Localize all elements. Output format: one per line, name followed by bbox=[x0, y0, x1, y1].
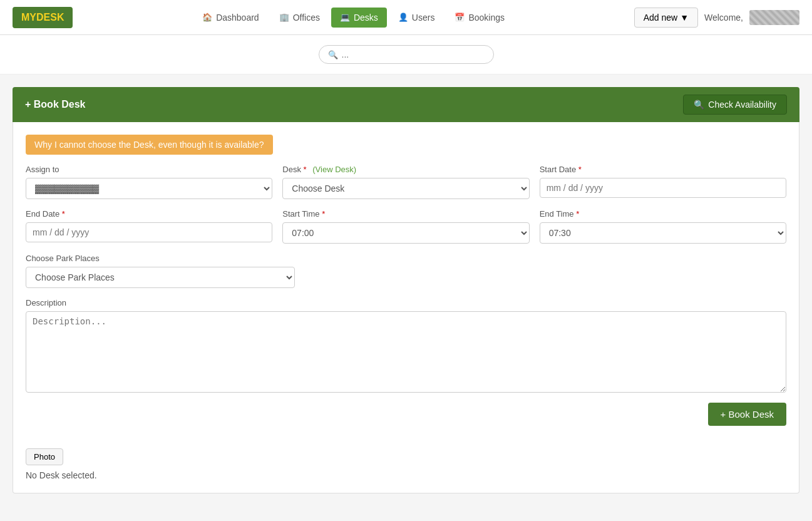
end-date-group: End Date * bbox=[26, 209, 272, 244]
navbar-right: Add new ▼ Welcome, bbox=[634, 8, 799, 28]
photo-button[interactable]: Photo bbox=[26, 448, 63, 465]
alert-warning: Why I cannot choose the Desk, even thoug… bbox=[26, 135, 273, 155]
bookings-icon: 📅 bbox=[455, 13, 465, 22]
view-desk-link[interactable]: (View Desk) bbox=[312, 165, 356, 174]
add-new-button[interactable]: Add new ▼ bbox=[634, 8, 698, 28]
start-time-select[interactable]: 07:00 07:30 08:00 08:30 09:00 bbox=[282, 222, 529, 244]
book-desk-btn-label: + Book Desk bbox=[721, 409, 774, 420]
nav-items: 🏠 Dashboard 🏢 Offices 💻 Desks 👤 Users 📅 … bbox=[73, 8, 634, 28]
desks-icon: 💻 bbox=[340, 13, 350, 22]
no-desk-text: No Desk selected. bbox=[26, 470, 786, 480]
start-date-required: * bbox=[578, 165, 582, 174]
check-availability-button[interactable]: 🔍 Check Availability bbox=[683, 95, 787, 115]
start-date-group: Start Date * bbox=[540, 165, 786, 199]
end-time-required: * bbox=[576, 209, 579, 219]
nav-offices[interactable]: 🏢 Offices bbox=[270, 8, 329, 28]
avatar bbox=[749, 10, 799, 25]
end-date-label: End Date * bbox=[26, 209, 272, 219]
brand-desk: DESK bbox=[36, 12, 64, 23]
form-row-2: End Date * Start Time * 07:00 07:30 08:0… bbox=[26, 209, 786, 244]
search-bar: 🔍 bbox=[319, 45, 494, 64]
park-places-group: Choose Park Places Choose Park Places bbox=[26, 254, 295, 288]
search-availability-icon: 🔍 bbox=[694, 100, 704, 110]
nav-users-label: Users bbox=[412, 13, 435, 23]
start-time-group: Start Time * 07:00 07:30 08:00 08:30 09:… bbox=[282, 209, 529, 244]
form-row-park: Choose Park Places Choose Park Places bbox=[26, 254, 786, 288]
nav-desks[interactable]: 💻 Desks bbox=[331, 8, 387, 28]
offices-icon: 🏢 bbox=[279, 13, 289, 22]
nav-bookings[interactable]: 📅 Bookings bbox=[446, 8, 513, 28]
photo-btn-label: Photo bbox=[34, 452, 55, 462]
assign-to-group: Assign to ▓▓▓▓▓▓▓▓▓▓ bbox=[26, 165, 272, 199]
end-time-group: End Time * 07:30 08:00 08:30 09:00 09:30 bbox=[540, 209, 786, 244]
assign-to-select[interactable]: ▓▓▓▓▓▓▓▓▓▓ bbox=[26, 178, 272, 199]
book-desk-header: + Book Desk 🔍 Check Availability bbox=[13, 87, 799, 122]
description-group: Description bbox=[26, 298, 786, 393]
park-places-label: Choose Park Places bbox=[26, 254, 295, 263]
assign-to-label: Assign to bbox=[26, 165, 272, 174]
book-desk-title: + Book Desk bbox=[25, 99, 85, 110]
form-card: Why I cannot choose the Desk, even thoug… bbox=[13, 122, 799, 493]
nav-dashboard[interactable]: 🏠 Dashboard bbox=[193, 8, 268, 28]
desk-label: Desk * (View Desk) bbox=[282, 165, 529, 174]
nav-offices-label: Offices bbox=[293, 13, 320, 23]
book-desk-btn-row: + Book Desk bbox=[26, 403, 786, 436]
photo-section: Photo No Desk selected. bbox=[26, 436, 786, 480]
welcome-text: Welcome, bbox=[704, 13, 743, 23]
end-time-label: End Time * bbox=[540, 209, 786, 219]
dashboard-icon: 🏠 bbox=[202, 13, 212, 22]
search-bar-container: 🔍 bbox=[0, 35, 812, 75]
start-time-required: * bbox=[322, 209, 325, 219]
start-date-input[interactable] bbox=[540, 178, 786, 198]
desk-group: Desk * (View Desk) Choose Desk bbox=[282, 165, 529, 199]
brand-logo[interactable]: MYDESK bbox=[13, 7, 73, 28]
start-date-label: Start Date * bbox=[540, 165, 786, 174]
alert-message: Why I cannot choose the Desk, even thoug… bbox=[34, 140, 264, 150]
nav-dashboard-label: Dashboard bbox=[216, 13, 259, 23]
add-new-label: Add new bbox=[644, 13, 677, 23]
end-time-select[interactable]: 07:30 08:00 08:30 09:00 09:30 bbox=[540, 222, 786, 244]
form-row-1: Assign to ▓▓▓▓▓▓▓▓▓▓ Desk * (View Desk) … bbox=[26, 165, 786, 199]
book-desk-button[interactable]: + Book Desk bbox=[708, 403, 786, 426]
description-textarea[interactable] bbox=[26, 311, 786, 393]
desk-required: * bbox=[304, 165, 307, 174]
main-content: + Book Desk 🔍 Check Availability Why I c… bbox=[0, 75, 812, 506]
park-places-select[interactable]: Choose Park Places bbox=[26, 267, 295, 288]
nav-bookings-label: Bookings bbox=[468, 13, 505, 23]
desk-select[interactable]: Choose Desk bbox=[282, 178, 529, 199]
nav-desks-label: Desks bbox=[354, 13, 378, 23]
search-icon: 🔍 bbox=[328, 50, 338, 59]
start-time-label: Start Time * bbox=[282, 209, 529, 219]
search-input[interactable] bbox=[342, 49, 485, 59]
brand-my: MY bbox=[21, 12, 36, 23]
end-date-required: * bbox=[62, 209, 65, 219]
navbar: MYDESK 🏠 Dashboard 🏢 Offices 💻 Desks 👤 U… bbox=[0, 0, 812, 35]
nav-users[interactable]: 👤 Users bbox=[389, 8, 444, 28]
users-icon: 👤 bbox=[398, 13, 408, 22]
form-row-description: Description bbox=[26, 298, 786, 393]
add-new-arrow-icon: ▼ bbox=[680, 13, 689, 23]
description-label: Description bbox=[26, 298, 786, 307]
check-availability-label: Check Availability bbox=[708, 100, 776, 110]
end-date-input[interactable] bbox=[26, 222, 272, 242]
